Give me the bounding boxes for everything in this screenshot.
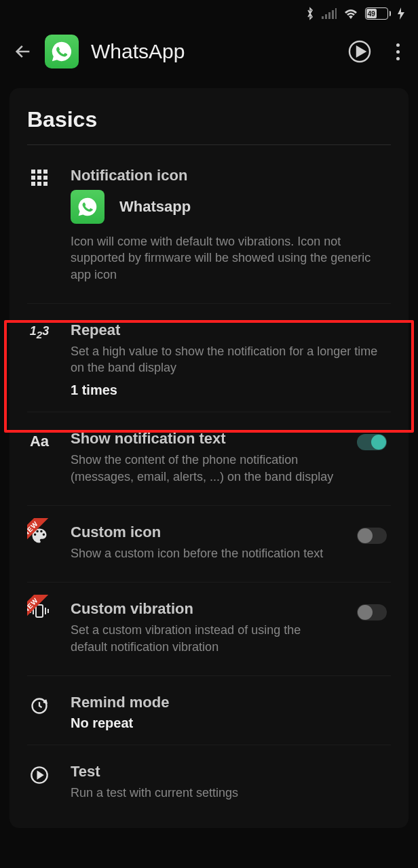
setting-title: Remind mode: [71, 694, 391, 711]
setting-title: Custom icon: [71, 524, 338, 541]
grid-icon: [31, 170, 48, 186]
wifi-icon: [343, 8, 358, 19]
whatsapp-icon: [71, 190, 104, 224]
text-icon: Aa: [30, 433, 49, 492]
setting-notification-icon[interactable]: Notification icon Whatsapp Icon will com…: [27, 161, 391, 304]
setting-value: 1 times: [71, 382, 391, 398]
setting-desc: Icon will come with default two vibratio…: [71, 233, 391, 283]
number-icon: 123: [30, 324, 49, 399]
toggle-custom-vibration[interactable]: [357, 604, 387, 620]
setting-show-notification-text[interactable]: Aa Show notification text Show the conte…: [27, 425, 391, 506]
svg-rect-1: [325, 14, 327, 19]
setting-title: Test: [71, 763, 391, 781]
battery-indicator: 49: [365, 7, 391, 20]
app-header: WhatsApp: [0, 27, 418, 76]
svg-rect-2: [328, 12, 330, 19]
svg-rect-6: [36, 605, 43, 617]
svg-rect-4: [335, 8, 337, 19]
back-arrow-icon[interactable]: [14, 42, 33, 61]
setting-desc: Run a test with current settings: [71, 785, 391, 801]
clock-repeat-icon: [30, 696, 49, 715]
svg-rect-0: [322, 16, 324, 19]
setting-desc: Show the content of the phone notificati…: [71, 452, 338, 485]
setting-desc: Set a high value to show the notificatio…: [71, 343, 391, 376]
setting-title: Repeat: [71, 321, 391, 339]
setting-remind-mode[interactable]: Remind mode No repeat: [27, 688, 391, 745]
setting-title: Notification icon: [71, 167, 391, 184]
app-icon-label: Whatsapp: [119, 198, 191, 216]
setting-custom-vibration[interactable]: NEW Custom vibration Set a custom vibrat…: [27, 595, 391, 676]
section-title: Basics: [27, 107, 391, 132]
divider: [27, 144, 391, 145]
signal-icon: [322, 8, 337, 19]
preview-play-button[interactable]: [347, 39, 372, 64]
setting-desc: Set a custom vibration instead of using …: [71, 622, 338, 655]
setting-custom-icon[interactable]: NEW Custom icon Show a custom icon befor…: [27, 518, 391, 583]
header-title: WhatsApp: [91, 40, 185, 63]
settings-card: Basics Notification icon Whatsapp Icon w…: [10, 88, 408, 828]
charging-icon: [398, 7, 404, 20]
setting-test[interactable]: Test Run a test with current settings: [27, 757, 391, 821]
setting-repeat[interactable]: 123 Repeat Set a high value to show the …: [27, 316, 391, 413]
setting-title: Custom vibration: [71, 600, 338, 618]
svg-rect-3: [332, 10, 334, 19]
bluetooth-icon: [305, 7, 315, 20]
play-circle-icon: [30, 766, 49, 785]
status-bar: 49: [0, 0, 418, 27]
toggle-show-text[interactable]: [357, 434, 387, 450]
whatsapp-app-icon: [45, 35, 79, 68]
more-menu-button[interactable]: [391, 42, 404, 61]
toggle-custom-icon[interactable]: [357, 528, 387, 544]
setting-title: Show notification text: [71, 430, 338, 448]
setting-value: No repeat: [71, 715, 391, 731]
setting-desc: Show a custom icon before the notificati…: [71, 545, 338, 561]
